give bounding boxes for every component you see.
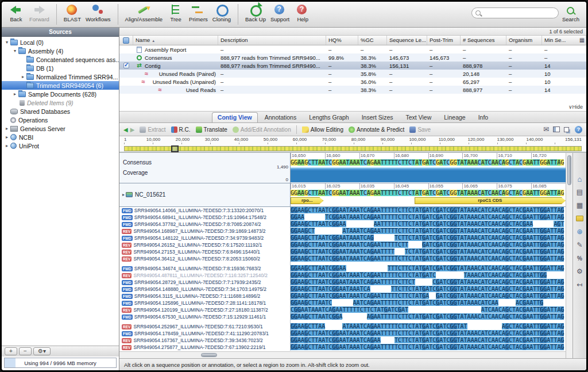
sidebar-item-trimmed[interactable]: Trimmed SRR949054 (6) — [2, 81, 119, 90]
tab[interactable]: Info — [473, 112, 494, 122]
horizontal-scrollbar[interactable] — [119, 351, 566, 358]
allow-editing-button[interactable]: Allow Editing — [302, 126, 343, 133]
edit-annotations-icon[interactable]: ✎ — [575, 241, 585, 250]
read-sequence[interactable]: GGAAGCTTAATCGGAATAAATCAGAA TCTTCTATGATCG… — [291, 337, 566, 344]
add-folder-button[interactable]: + — [5, 347, 17, 355]
read-row[interactable]: REV SRR949054.167367_ILLUMINA-7EDE5D:7:3… — [119, 337, 566, 344]
column-header-sequence-length[interactable]: Sequence Le... — [387, 36, 427, 45]
search-input[interactable] — [483, 10, 555, 16]
column-header-hq[interactable]: HQ% — [326, 36, 358, 45]
restore-defaults-icon[interactable]: ↤ — [575, 281, 585, 289]
search-button[interactable]: Search — [560, 5, 582, 23]
tab[interactable]: Contig View — [212, 112, 258, 122]
overview-selection[interactable] — [171, 145, 179, 152]
remove-folder-button[interactable]: − — [19, 347, 32, 355]
disclosure-arrow-icon[interactable] — [4, 143, 10, 148]
tab[interactable]: Lengths Graph — [303, 112, 354, 122]
read-sequence[interactable]: GGAAGCTTAATC AATCAGAATTTTTCTTCTATGATCGAT… — [291, 300, 566, 306]
save-button[interactable]: Save — [409, 126, 431, 133]
sidebar-item-concatenated[interactable]: Concatenated sequences ass... — [2, 55, 119, 64]
read-sequence[interactable]: GGAAGCTTAATCGGAATAAATCA TTCTTCTATGATCGAT… — [291, 286, 566, 293]
read-row[interactable]: REV SRR949054.120199_ILLUMINA-7EDE5D:7:2… — [119, 306, 566, 313]
tab[interactable]: Insert Sizes — [356, 112, 399, 122]
read-sequence[interactable]: GGAAGCTTAATCGGAA AATTTTTCTTCTATGATCGATCG… — [291, 221, 566, 228]
column-chooser-icon[interactable] — [578, 37, 586, 44]
coverage-chart[interactable] — [291, 167, 566, 182]
align-assemble-button[interactable]: Align/Assemble — [123, 3, 165, 23]
tab[interactable]: Lineage — [438, 112, 471, 122]
read-row[interactable]: FWD SRR949054.148880_ILLUMINA-7EDE5D:7:3… — [119, 286, 566, 293]
sidebar-item-sample-documents[interactable]: Sample Documents (628) — [2, 90, 119, 98]
primers-button[interactable]: Primers — [187, 3, 210, 23]
read-row[interactable]: REV SRR949054.168987_ILLUMINA-7EDE5D:7:3… — [119, 228, 566, 235]
side-panel-icon[interactable] — [553, 126, 560, 132]
table-row[interactable]: Assembly Report – – – – – – – – — [119, 45, 586, 53]
email-icon[interactable] — [543, 125, 549, 133]
folder-view-icon[interactable] — [576, 216, 583, 221]
horizontal-scroll-thumb[interactable] — [201, 353, 217, 357]
read-sequence[interactable]: GGAAGCTTAATCGGAATAAATCAGAATTTTTCTTCTATGA… — [291, 255, 566, 262]
read-row[interactable]: FWD SRR949054.3115_ILLUMINA-7EDE5D:7:1:1… — [119, 293, 566, 300]
home-icon[interactable]: ⌂ — [575, 175, 585, 183]
support-button[interactable]: Support — [268, 3, 292, 23]
read-row[interactable]: REV SRR949054.27153_ILLUMINA-7EDE5D:7:6:… — [119, 248, 566, 255]
translate-button[interactable]: Translate — [196, 126, 227, 133]
vertical-scrollbar[interactable] — [566, 153, 572, 358]
sequence-view-icon[interactable]: ▤ — [575, 188, 585, 197]
sidebar-gear-button[interactable]: ⚙▾ — [33, 347, 51, 355]
column-header-name[interactable]: Name — [133, 36, 218, 45]
row-checkbox[interactable] — [123, 63, 129, 68]
read-row[interactable]: FWD SRR949054.14066_ILLUMINA-7EDE5D:7:3:… — [119, 207, 566, 214]
sidebar-item-assembly[interactable]: Assembly (4) — [2, 47, 119, 55]
help-button[interactable]: Help — [292, 3, 314, 23]
disclosure-arrow-icon[interactable] — [20, 74, 26, 79]
table-row[interactable]: Consensus 888,977 reads from Trimmed SRR… — [119, 53, 586, 62]
view-help-icon[interactable] — [575, 126, 582, 133]
read-row[interactable]: FWD SRR949054.125896_ILLUMINA-7EDE5D:7:2… — [119, 300, 566, 306]
workflows-button[interactable]: Workflows — [83, 3, 113, 23]
disclosure-arrow-icon[interactable] — [4, 40, 10, 45]
column-header-gc[interactable]: %GC — [358, 36, 387, 45]
read-sequence[interactable]: GGAAGCTTAATCGGAATAAATCAGAATTTT TCTATGATC… — [291, 248, 566, 255]
sidebar-item-ncbi[interactable]: NCBI — [2, 133, 119, 141]
contig-overview[interactable]: 110,00020,00030,00040,00050,00060,00070,… — [119, 136, 586, 152]
add-edit-annotation-button[interactable]: Add/Edit Annotation — [233, 126, 291, 133]
hide-table-toggle[interactable]: ∨Hide — [119, 104, 586, 111]
read-sequence[interactable]: GGAA TCGGAATAAATCAGAATTTTTCTTCTATGATCGAT… — [291, 214, 566, 221]
read-sequence[interactable]: GGAAGCTTAATCGGAATAAATCAGAATTTTTCTTCTATGA… — [291, 207, 566, 214]
table-row[interactable]: Used Reads – – 38.3% – – 888,977 – 14 — [119, 86, 586, 94]
read-row[interactable]: REV SRR949054.252967_ILLUMINA-7EDE5D:7:6… — [119, 323, 566, 330]
column-header-description[interactable]: Description — [218, 36, 326, 45]
read-sequence[interactable]: GGAAGCT ATAAATCAGAATTTTTCTTCTATGATCGATCG… — [291, 228, 566, 235]
graph-view-icon[interactable]: ▦ — [575, 201, 585, 210]
read-sequence[interactable]: GGAAGCTTAATCGGAATAAATCAGAATTTTTCTTCT CGA… — [291, 279, 566, 286]
sidebar-item-operations[interactable]: Operations — [2, 116, 119, 124]
table-row[interactable]: Unused Reads (Unpaired) – – 36.0% – – 65… — [119, 78, 586, 86]
sidebar-item-deleted-items[interactable]: Deleted Items (9) — [2, 98, 119, 107]
read-sequence[interactable]: GGAAGCTTAA ATAAATCAGAATTTTTCTTCTATGATCGA… — [291, 323, 566, 330]
column-header-organism[interactable]: Organism — [506, 36, 542, 45]
annotation-arrow[interactable]: rpoC1 CDS — [415, 197, 566, 204]
cloning-button[interactable]: Cloning — [210, 3, 233, 23]
read-row[interactable]: FWD SRR949054.34674_ILLUMINA-7EDE5D:7:8:… — [119, 265, 566, 272]
read-sequence[interactable]: GGAAGCTTAATCGGA AGAATTTTTCTTCTATGATCGATC… — [291, 313, 566, 320]
read-sequence[interactable]: GGAAGCTTAATCGGAATAAATCAGAATTTTTCTTCTATGA… — [291, 330, 566, 337]
settings-gear-icon[interactable]: ⚙ — [575, 267, 585, 276]
annotation-arrow[interactable]: rpo... — [291, 197, 323, 204]
read-sequence[interactable]: CGGAATAAATCAGAATTTTTCTTCTATGATCGAT ATCAA… — [291, 306, 566, 313]
backup-button[interactable]: Back Up — [243, 3, 268, 23]
read-row[interactable]: FWD SRR949054.37782_ILLUMINA-7EDE5D:7:8:… — [119, 221, 566, 228]
read-row[interactable]: REV SRR949054.275877_ILLUMINA-7EDE5D:7:6… — [119, 344, 566, 351]
sidebar-item-local[interactable]: Local (0) — [2, 38, 119, 47]
read-row[interactable]: REV SRR949054.36412_ILLUMINA-7EDE5D:7:8:… — [119, 255, 566, 262]
identity-icon[interactable]: % — [575, 254, 585, 263]
disclosure-arrow-icon[interactable] — [4, 126, 10, 131]
copy-view-icon[interactable] — [564, 127, 569, 132]
read-row[interactable]: REV SRR949054.26152_ILLUMINA-7EDE5D:7:6:… — [119, 241, 566, 248]
reference-disclosure-icon[interactable] — [122, 192, 125, 197]
blast-button[interactable]: BLAST — [61, 3, 83, 23]
read-row[interactable]: REV SRR949054.487811_ILLUMINA-7EDE5D:7:1… — [119, 272, 566, 279]
tab[interactable]: Text View — [400, 112, 438, 122]
coverage-overview-band[interactable] — [124, 146, 582, 151]
table-row[interactable]: Contig 888,977 reads from Trimmed SRR949… — [119, 62, 586, 70]
